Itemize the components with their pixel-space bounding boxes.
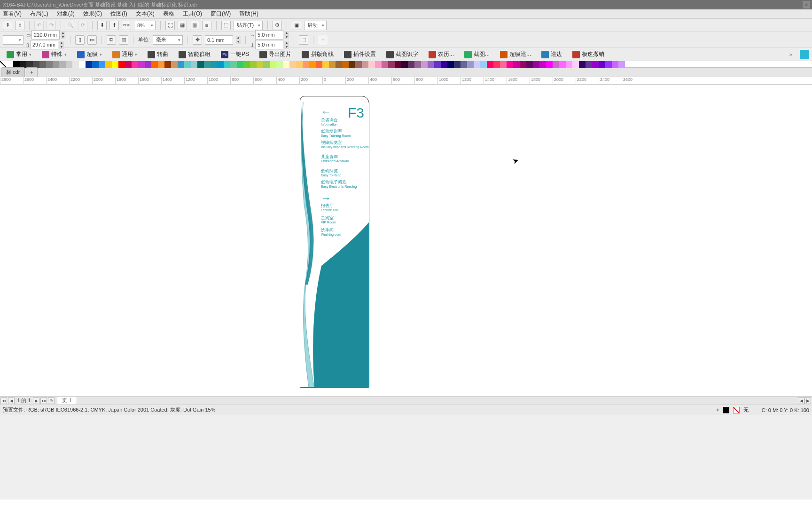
launch-combo[interactable]: 启动 xyxy=(304,21,327,30)
fill-swatch[interactable] xyxy=(723,407,729,413)
doc-up-icon[interactable]: ⬆ xyxy=(109,21,119,30)
color-swatch[interactable] xyxy=(500,61,507,68)
plugin-patrol[interactable]: 超级巡... xyxy=(496,50,535,58)
color-swatch[interactable] xyxy=(572,61,579,68)
redo-icon[interactable]: ↷ xyxy=(47,21,56,30)
options-icon[interactable]: ⚙ xyxy=(273,21,282,30)
nudge-icon[interactable]: ✥ xyxy=(193,35,202,45)
color-swatch[interactable] xyxy=(158,61,164,68)
pdf-icon[interactable]: PDF xyxy=(122,21,131,30)
current-page-icon[interactable]: ▤ xyxy=(119,35,128,45)
page-next-icon[interactable]: ▶ xyxy=(33,397,39,404)
color-swatch[interactable] xyxy=(566,61,572,68)
portrait-icon[interactable]: ▯ xyxy=(75,35,85,45)
plugin-ocr[interactable]: 截图识字 xyxy=(383,50,422,58)
spin-up-icon[interactable]: ▲ xyxy=(236,36,241,40)
color-swatch[interactable] xyxy=(388,61,395,68)
color-swatch[interactable] xyxy=(217,61,224,68)
color-swatch[interactable] xyxy=(454,61,461,68)
export-icon[interactable]: ⇟ xyxy=(15,21,24,30)
dup-x-field[interactable]: 5.0 mm xyxy=(255,30,283,40)
treat-as-filled-icon[interactable]: ⬚ xyxy=(299,35,308,45)
color-swatch[interactable] xyxy=(368,61,375,68)
color-swatch[interactable] xyxy=(296,61,303,68)
color-swatch[interactable] xyxy=(329,61,336,68)
color-swatch[interactable] xyxy=(461,61,467,68)
plugin-undo[interactable]: 极速撤销 xyxy=(569,50,608,58)
spin-up-icon[interactable]: ▲ xyxy=(284,31,289,35)
color-swatch[interactable] xyxy=(112,61,118,68)
color-swatch[interactable] xyxy=(211,61,217,68)
spin-down-icon[interactable]: ▼ xyxy=(236,40,241,44)
color-swatch[interactable] xyxy=(125,61,132,68)
menu-view[interactable]: 查看(V) xyxy=(3,10,22,18)
plugin-calendar[interactable]: 农历... xyxy=(425,50,458,58)
color-swatch[interactable] xyxy=(191,61,197,68)
color-swatch[interactable] xyxy=(26,61,33,68)
canvas[interactable]: F3 ← → 总咨询台Information低幼培训室Easy Training… xyxy=(0,85,812,396)
page-height-field[interactable]: 297.0 mm xyxy=(30,40,58,49)
color-swatch[interactable] xyxy=(441,61,447,68)
refresh-icon[interactable]: ⟳ xyxy=(78,21,87,30)
color-swatch[interactable] xyxy=(20,61,26,68)
color-swatch[interactable] xyxy=(243,61,250,68)
nudge-field[interactable]: 0.1 mm xyxy=(205,35,233,45)
color-swatch[interactable] xyxy=(33,61,39,68)
fullscreen-icon[interactable]: ⛶ xyxy=(165,21,175,30)
chevron-right-icon[interactable]: » xyxy=(789,51,792,58)
color-swatch[interactable] xyxy=(237,61,243,68)
color-swatch[interactable] xyxy=(362,61,368,68)
plugin-super[interactable]: 超级▾ xyxy=(73,50,106,58)
all-pages-icon[interactable]: ⧉ xyxy=(107,35,116,45)
plugin-screenshot[interactable]: 截图... xyxy=(461,50,493,58)
page-preset-combo[interactable] xyxy=(3,35,23,45)
color-swatch[interactable] xyxy=(428,61,434,68)
color-swatch[interactable] xyxy=(197,61,204,68)
color-swatch[interactable] xyxy=(520,61,526,68)
color-swatch[interactable] xyxy=(105,61,112,68)
color-swatch[interactable] xyxy=(263,61,270,68)
color-swatch[interactable] xyxy=(86,61,92,68)
page-prev-icon[interactable]: ◀ xyxy=(8,397,15,404)
doc-down-icon[interactable]: ⬇ xyxy=(97,21,107,30)
color-swatch[interactable] xyxy=(171,61,178,68)
spin-down-icon[interactable]: ▼ xyxy=(284,45,289,49)
color-swatch[interactable] xyxy=(151,61,158,68)
color-swatch[interactable] xyxy=(342,61,349,68)
menu-help[interactable]: 帮助(H) xyxy=(239,10,258,18)
menu-tool[interactable]: 工具(O) xyxy=(183,10,202,18)
window-close-icon[interactable]: ✕ xyxy=(803,1,810,8)
color-swatch[interactable] xyxy=(79,61,86,68)
spin-up-icon[interactable]: ▲ xyxy=(59,41,64,45)
color-swatch[interactable] xyxy=(493,61,500,68)
color-swatch[interactable] xyxy=(178,61,184,68)
guides-icon[interactable]: ≡ xyxy=(202,21,211,30)
page-tab[interactable]: 页 1 xyxy=(57,396,77,405)
document-tab[interactable]: 标.cdr xyxy=(1,67,25,77)
menu-table[interactable]: 表格 xyxy=(163,10,174,18)
snap-icon[interactable]: ▦ xyxy=(178,21,187,30)
page-add-icon[interactable]: ⊕ xyxy=(48,397,55,404)
plugin-spell[interactable]: 拼版角线 xyxy=(298,50,337,58)
color-swatch[interactable] xyxy=(250,61,257,68)
plugin-general[interactable]: 通用▾ xyxy=(109,50,141,58)
scroll-right-icon[interactable]: ▶ xyxy=(804,397,811,404)
color-swatch[interactable] xyxy=(401,61,408,68)
color-swatch[interactable] xyxy=(46,61,53,68)
color-swatch[interactable] xyxy=(480,61,487,68)
color-swatch[interactable] xyxy=(13,61,20,68)
color-swatch[interactable] xyxy=(349,61,355,68)
color-swatch[interactable] xyxy=(39,61,46,68)
dup-y-field[interactable]: 5.0 mm xyxy=(255,40,283,49)
color-swatch[interactable] xyxy=(421,61,428,68)
plugin-curve[interactable]: 转曲 xyxy=(144,50,172,58)
page-first-icon[interactable]: ⏮ xyxy=(0,397,7,404)
color-swatch[interactable] xyxy=(526,61,533,68)
color-swatch[interactable] xyxy=(382,61,388,68)
color-swatch[interactable] xyxy=(7,61,13,68)
color-swatch[interactable] xyxy=(447,61,454,68)
color-swatch[interactable] xyxy=(336,61,342,68)
page-last-icon[interactable]: ⏭ xyxy=(40,397,47,404)
menu-text[interactable]: 文本(X) xyxy=(136,10,155,18)
color-swatch[interactable] xyxy=(283,61,289,68)
